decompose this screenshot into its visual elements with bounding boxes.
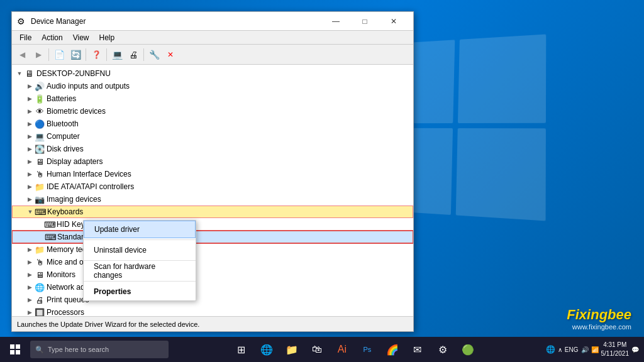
close-button[interactable]: ✕	[379, 12, 408, 31]
network-expander[interactable]: ▶	[25, 282, 35, 292]
tree-item-hid-keyboard[interactable]: ▶ ⌨ HID Keyboard Device	[12, 218, 413, 231]
ide-label: IDE ATA/ATAPI controllers	[47, 182, 134, 191]
tray-icon-volume[interactable]: 🔊	[581, 346, 589, 353]
taskbar: 🔍 Type here to search ⊞ 🌐 📁 🛍 Ai Ps 🌈 ✉ …	[0, 337, 644, 362]
toolbar-remove[interactable]: ✕	[163, 47, 178, 62]
root-label: DESKTOP-2UNBFNU	[36, 69, 111, 78]
ctx-properties[interactable]: Properties	[84, 283, 196, 300]
tree-item-keyboards[interactable]: ▼ ⌨ Keyboards	[12, 206, 413, 218]
taskbar-chrome[interactable]: 🌈	[381, 338, 404, 361]
tree-item-mice[interactable]: ▶ 🖱 Mice and other pointing devices	[12, 256, 413, 268]
computer-expander[interactable]: ▶	[25, 131, 35, 141]
window-icon: ⚙	[17, 16, 27, 26]
taskbar-tray: 🌐 ∧ ENG 🔊 📶 4:31 PM 5/11/2021 💬	[541, 341, 644, 358]
tree-item-bluetooth[interactable]: ▶ 🔵 Bluetooth	[12, 118, 413, 130]
toolbar-print[interactable]: 🖨	[126, 47, 141, 62]
ctx-sep-1	[84, 239, 196, 240]
display-label: Display adapters	[47, 157, 103, 166]
maximize-button[interactable]: □	[350, 12, 379, 31]
toolbar-back[interactable]: ◀	[14, 47, 30, 62]
tree-root[interactable]: ▼ 🖥 DESKTOP-2UNBFNU	[12, 67, 413, 80]
toolbar-update[interactable]: 🔄	[68, 47, 83, 62]
imaging-icon: 📷	[35, 194, 45, 204]
biometric-label: Biometric devices	[47, 107, 106, 116]
tree-item-imaging[interactable]: ▶ 📷 Imaging devices	[12, 193, 413, 206]
mice-icon: 🖱	[35, 257, 45, 267]
taskbar-app[interactable]: 🟢	[457, 338, 479, 361]
tray-icon-chevron[interactable]: ∧	[558, 346, 562, 353]
ide-icon: 📁	[35, 182, 45, 192]
menu-action[interactable]: Action	[36, 32, 67, 43]
tree-item-memory[interactable]: ▶ 📁 Memory technology devices	[12, 243, 413, 256]
ctx-uninstall-device[interactable]: Uninstall device	[84, 241, 196, 259]
taskbar-explorer[interactable]: 📁	[280, 338, 303, 361]
svg-rect-1	[16, 344, 20, 349]
tree-item-ide[interactable]: ▶ 📁 IDE ATA/ATAPI controllers	[12, 180, 413, 193]
memory-expander[interactable]: ▶	[25, 244, 35, 255]
tree-item-network[interactable]: ▶ 🌐 Network adapters	[12, 281, 413, 293]
taskbar-task-view[interactable]: ⊞	[230, 338, 253, 361]
tree-item-diskdrives[interactable]: ▶ 💽 Disk drives	[12, 143, 413, 155]
tray-icon-network[interactable]: 🌐	[546, 345, 555, 354]
menu-file[interactable]: File	[14, 32, 36, 43]
imaging-expander[interactable]: ▶	[25, 194, 35, 204]
mice-expander[interactable]: ▶	[25, 257, 35, 267]
status-bar: Launches the Update Driver Wizard for th…	[12, 316, 413, 331]
toolbar-forward[interactable]: ▶	[31, 47, 46, 62]
keyboards-label: Keyboards	[47, 207, 83, 216]
batteries-expander[interactable]: ▶	[25, 94, 35, 104]
toolbar-properties[interactable]: 📄	[52, 47, 67, 62]
monitors-icon: 🖥	[35, 270, 45, 280]
taskbar-search[interactable]: 🔍 Type here to search	[30, 341, 169, 358]
device-tree[interactable]: ▼ 🖥 DESKTOP-2UNBFNU ▶ 🔊 Audio inputs and…	[12, 65, 413, 316]
tree-item-ps2[interactable]: ▶ ⌨ Standard PS/2 Keyboard	[12, 231, 413, 243]
root-expander[interactable]: ▼	[14, 69, 25, 79]
tree-item-audio[interactable]: ▶ 🔊 Audio inputs and outputs	[12, 80, 413, 92]
tray-icon-wifi[interactable]: 📶	[591, 346, 599, 353]
minimize-button[interactable]: —	[321, 12, 350, 31]
tree-item-biometric[interactable]: ▶ 👁 Biometric devices	[12, 105, 413, 118]
hid-label: Human Interface Devices	[47, 170, 131, 178]
tree-item-monitors[interactable]: ▶ 🖥 Monitors	[12, 268, 413, 281]
taskbar-ai[interactable]: Ai	[331, 338, 353, 361]
tray-icon-lang[interactable]: ENG	[565, 346, 579, 353]
toolbar-add[interactable]: 🔧	[147, 47, 162, 62]
tree-item-batteries[interactable]: ▶ 🔋 Batteries	[12, 92, 413, 105]
toolbar-help[interactable]: ❓	[89, 47, 104, 62]
context-menu: Update driver Uninstall device Scan for …	[83, 220, 196, 301]
menu-bar: File Action View Help	[12, 31, 413, 45]
display-expander[interactable]: ▶	[25, 156, 35, 167]
hid-expander[interactable]: ▶	[25, 169, 35, 179]
tree-item-computer[interactable]: ▶ 💻 Computer	[12, 130, 413, 143]
tree-item-printq[interactable]: ▶ 🖨 Print queues	[12, 293, 413, 306]
bluetooth-icon: 🔵	[35, 119, 45, 129]
tree-item-hid[interactable]: ▶ 🖱 Human Interface Devices	[12, 168, 413, 180]
toolbar-computer[interactable]: 💻	[109, 47, 125, 62]
start-button[interactable]	[0, 337, 30, 362]
taskbar-settings[interactable]: ⚙	[431, 338, 454, 361]
diskdrives-expander[interactable]: ▶	[25, 144, 35, 154]
biometric-expander[interactable]: ▶	[25, 106, 35, 116]
printq-expander[interactable]: ▶	[25, 295, 35, 305]
tree-item-display[interactable]: ▶ 🖥 Display adapters	[12, 155, 413, 168]
hid-kb-icon: ⌨	[45, 219, 55, 229]
ctx-scan-hardware[interactable]: Scan for hardware changes	[84, 262, 196, 280]
taskbar-clock[interactable]: 4:31 PM 5/11/2021	[601, 341, 630, 358]
taskbar-edge[interactable]: 🌐	[255, 338, 278, 361]
printq-icon: 🖨	[35, 295, 45, 305]
ctx-update-driver[interactable]: Update driver	[84, 221, 196, 238]
menu-view[interactable]: View	[68, 32, 94, 43]
monitors-expander[interactable]: ▶	[25, 270, 35, 280]
audio-expander[interactable]: ▶	[25, 81, 35, 91]
tray-icon-notification[interactable]: 💬	[631, 346, 639, 353]
batteries-icon: 🔋	[35, 94, 45, 104]
bluetooth-expander[interactable]: ▶	[25, 119, 35, 129]
taskbar-mail[interactable]: ✉	[406, 338, 429, 361]
tree-item-processors[interactable]: ▶ 🔲 Processors	[12, 306, 413, 316]
monitors-label: Monitors	[47, 270, 75, 279]
taskbar-ps[interactable]: Ps	[356, 338, 379, 361]
ide-expander[interactable]: ▶	[25, 182, 35, 192]
taskbar-store[interactable]: 🛍	[306, 338, 328, 361]
menu-help[interactable]: Help	[94, 32, 120, 43]
processors-expander[interactable]: ▶	[25, 307, 35, 316]
